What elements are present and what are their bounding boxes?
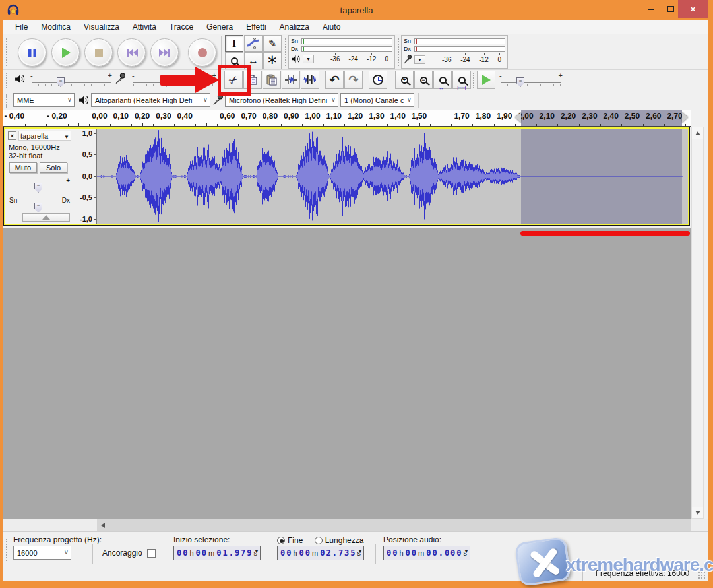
time-digit-group[interactable]: 00: [299, 548, 311, 558]
selection-toolbar-grip[interactable]: [6, 539, 9, 561]
time-digit-group[interactable]: 00: [387, 548, 398, 558]
play-button[interactable]: [51, 38, 80, 67]
vertical-scrollbar[interactable]: [691, 127, 704, 519]
track-name-menu[interactable]: taparella: [18, 131, 71, 141]
record-button[interactable]: [188, 38, 216, 67]
recording-meter-dropdown[interactable]: [414, 55, 425, 64]
recording-meter-grip[interactable]: [398, 38, 400, 66]
output-volume-slider[interactable]: - + =: [30, 73, 112, 88]
menu-item-attivit[interactable]: Attività: [126, 21, 163, 33]
redo-button[interactable]: [344, 71, 363, 89]
time-digit-group[interactable]: 00: [177, 548, 189, 558]
project-rate-select[interactable]: 16000: [13, 546, 71, 560]
timeline-ruler[interactable]: - 0,40- 0,200,000,100,200,300,400,600,70…: [3, 110, 691, 127]
ruler-tick: [451, 124, 452, 126]
track-collapse-button[interactable]: [22, 213, 70, 222]
play-at-speed-button[interactable]: [477, 71, 495, 89]
chevron-down-icon: [331, 96, 336, 103]
draw-tool-button[interactable]: [263, 35, 282, 52]
skip-to-end-button[interactable]: [150, 38, 179, 67]
track-pan-slider[interactable]: Sn Dx =: [9, 199, 70, 213]
scroll-down-button[interactable]: [692, 507, 703, 518]
radio-length[interactable]: [315, 537, 323, 544]
recording-meter-scale: -36-24-120: [427, 56, 505, 63]
pause-button[interactable]: [18, 38, 46, 67]
recording-meter[interactable]: Sn Dx -36-24-120: [401, 35, 508, 69]
menu-item-modifica[interactable]: Modifica: [34, 21, 77, 33]
recording-meter-left-bar[interactable]: [414, 38, 505, 44]
menu-item-aiuto[interactable]: Aiuto: [316, 21, 347, 33]
selection-end-field[interactable]: 00h00m02.735s: [277, 546, 364, 560]
time-digit-group[interactable]: 00.000: [426, 548, 462, 558]
transport-toolbar-grip[interactable]: [6, 38, 9, 66]
time-digit-group[interactable]: 00: [196, 548, 208, 558]
playback-meter-right-bar[interactable]: [301, 46, 392, 52]
menu-item-genera[interactable]: Genera: [200, 21, 239, 33]
zoom-in-button[interactable]: +: [395, 71, 414, 89]
stop-button[interactable]: [84, 38, 113, 67]
recording-meter-right-bar[interactable]: [414, 46, 505, 52]
playback-meter-grip[interactable]: [285, 38, 288, 66]
track-gain-thumb[interactable]: =: [34, 183, 42, 193]
sync-lock-button[interactable]: [369, 71, 387, 89]
silence-audio-button[interactable]: [301, 71, 319, 89]
fit-selection-button[interactable]: ↔: [433, 71, 452, 89]
zoom-out-button[interactable]: −: [414, 71, 433, 89]
play-speed-slider[interactable]: - + =: [499, 73, 563, 88]
scroll-up-button[interactable]: [692, 127, 703, 139]
envelope-tool-button[interactable]: [244, 35, 263, 52]
multi-tool-button[interactable]: [263, 52, 282, 69]
fit-project-button[interactable]: ⊢⊣: [452, 71, 471, 89]
ruler-tick: [57, 123, 57, 126]
solo-button[interactable]: Solo: [40, 162, 67, 173]
mute-button[interactable]: Muto: [9, 162, 37, 173]
close-button[interactable]: ×: [678, 0, 708, 18]
selection-end-handle[interactable]: [682, 112, 688, 123]
ruler-tick: [441, 123, 441, 126]
vertical-ruler[interactable]: 1,00,50,0-0,5-1,0: [74, 129, 97, 224]
menu-item-effetti[interactable]: Effetti: [239, 21, 272, 33]
snap-to-checkbox[interactable]: [147, 549, 156, 558]
audio-host-select[interactable]: MME: [13, 93, 75, 107]
minimize-button[interactable]: [641, 0, 661, 18]
selection-tool-button[interactable]: [225, 35, 243, 52]
playback-meter-left-bar[interactable]: [301, 38, 392, 44]
ruler-tick: [526, 123, 526, 126]
time-digit-group[interactable]: 00: [280, 548, 292, 558]
waveform-canvas[interactable]: [97, 129, 688, 224]
time-digit-group[interactable]: 00: [406, 548, 418, 558]
selection-start-handle[interactable]: [515, 112, 521, 123]
ruler-tick: [621, 124, 622, 126]
mixer-toolbar-grip[interactable]: [6, 73, 9, 88]
playback-meter[interactable]: Sn Dx -36-24-120: [288, 35, 395, 69]
timefield-dropdown-icon[interactable]: [254, 548, 259, 554]
track-gain-slider[interactable]: - + =: [9, 179, 70, 193]
playback-meter-dropdown[interactable]: [303, 55, 314, 63]
menu-item-visualizza[interactable]: Visualizza: [77, 21, 126, 33]
timefield-dropdown-icon[interactable]: [464, 548, 469, 554]
track-close-button[interactable]: [8, 131, 16, 140]
time-digit-group[interactable]: 01.979: [216, 548, 253, 558]
horizontal-scrollbar[interactable]: [3, 519, 691, 531]
menu-item-analizza[interactable]: Analizza: [273, 21, 316, 33]
radio-end[interactable]: [277, 537, 285, 544]
undo-button[interactable]: [325, 71, 344, 89]
paste-button[interactable]: [263, 71, 281, 89]
audio-position-field[interactable]: 00h00m00.000s: [383, 546, 470, 560]
trim-audio-button[interactable]: [282, 71, 300, 89]
menu-item-file[interactable]: File: [9, 21, 34, 33]
device-toolbar-grip[interactable]: [6, 94, 9, 108]
input-channels-select[interactable]: 1 (Mono) Canale c: [340, 93, 414, 107]
selection-start-field[interactable]: 00h00m01.979s: [173, 546, 261, 560]
skip-to-start-button[interactable]: [117, 38, 146, 67]
meter-scale-number: -12: [479, 56, 488, 63]
timefield-dropdown-icon[interactable]: [357, 548, 363, 554]
transcription-toolbar-grip[interactable]: [473, 73, 476, 88]
menu-item-tracce[interactable]: Tracce: [163, 21, 200, 33]
minimize-icon: [648, 9, 654, 10]
scroll-left-button[interactable]: [97, 519, 108, 531]
output-device-select[interactable]: Altoparlanti (Realtek High Defi: [91, 93, 210, 107]
track-pan-thumb[interactable]: =: [34, 203, 42, 212]
arrow-up-icon: [695, 131, 700, 135]
time-digit-group[interactable]: 02.735: [320, 548, 356, 558]
